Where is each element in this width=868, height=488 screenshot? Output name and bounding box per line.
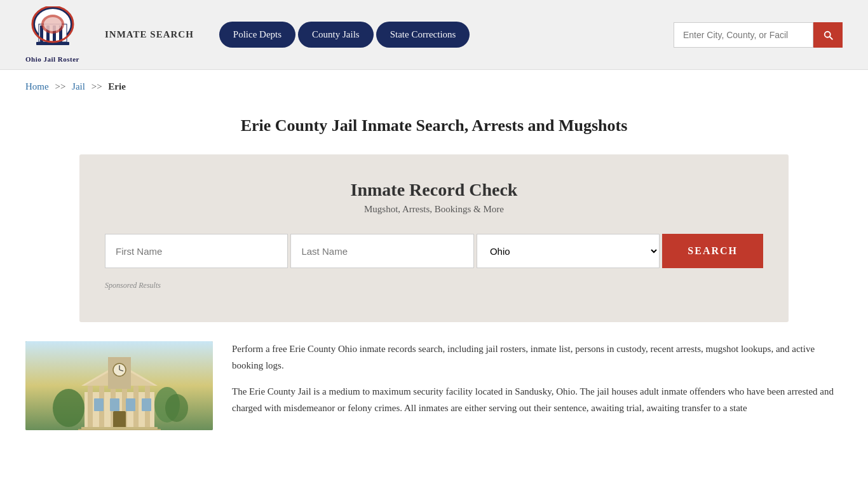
header-search-input[interactable]	[674, 22, 813, 48]
svg-rect-30	[142, 398, 151, 411]
breadcrumb-current: Erie	[108, 81, 126, 92]
svg-rect-28	[110, 398, 119, 411]
header-search-button[interactable]	[813, 22, 843, 48]
content-text: Perform a free Erie County Ohio inmate r…	[232, 341, 843, 430]
logo-text: Ohio Jail Roster	[25, 55, 79, 63]
sponsored-label: Sponsored Results	[105, 281, 763, 290]
nav-state-corrections[interactable]: State Corrections	[376, 22, 470, 48]
svg-rect-27	[94, 398, 104, 411]
breadcrumb: Home >> Jail >> Erie	[0, 70, 868, 104]
courthouse-image	[25, 341, 213, 430]
content-area: Perform a free Erie County Ohio inmate r…	[0, 322, 868, 449]
inmate-search-form: AlabamaAlaskaArizonaArkansasCaliforniaCo…	[105, 234, 763, 268]
site-logo[interactable]: Ohio Jail Roster	[25, 6, 79, 63]
nav-police-depts[interactable]: Police Depts	[219, 22, 295, 48]
inmate-search-label: INMATE SEARCH	[105, 29, 194, 40]
svg-rect-15	[88, 386, 93, 430]
last-name-input[interactable]	[290, 234, 473, 268]
header-search-area	[674, 22, 843, 48]
svg-rect-33	[81, 427, 158, 430]
svg-point-9	[44, 17, 62, 31]
breadcrumb-sep2: >>	[92, 81, 102, 92]
courthouse-svg	[50, 357, 189, 430]
record-check-box: Inmate Record Check Mugshot, Arrests, Bo…	[79, 154, 789, 322]
breadcrumb-jail[interactable]: Jail	[72, 81, 85, 92]
breadcrumb-home[interactable]: Home	[25, 81, 49, 92]
first-name-input[interactable]	[105, 234, 288, 268]
search-submit-button[interactable]: SEARCH	[662, 234, 763, 268]
state-select[interactable]: AlabamaAlaskaArizonaArkansasCaliforniaCo…	[477, 234, 660, 268]
svg-point-13	[165, 394, 188, 422]
main-nav: Police Depts County Jails State Correcti…	[219, 22, 470, 48]
record-check-heading: Inmate Record Check	[105, 180, 763, 200]
nav-county-jails[interactable]: County Jails	[298, 22, 374, 48]
page-title-area: Erie County Jail Inmate Search, Arrests …	[0, 104, 868, 154]
breadcrumb-sep1: >>	[55, 81, 65, 92]
record-check-subtitle: Mugshot, Arrests, Bookings & More	[105, 204, 763, 215]
svg-rect-29	[126, 398, 135, 411]
search-icon	[822, 29, 834, 41]
content-paragraph-2: The Erie County Jail is a medium to maxi…	[232, 384, 843, 416]
page-title: Erie County Jail Inmate Search, Arrests …	[25, 116, 843, 135]
svg-point-11	[53, 389, 85, 427]
site-header: Ohio Jail Roster INMATE SEARCH Police De…	[0, 0, 868, 70]
content-paragraph-1: Perform a free Erie County Ohio inmate r…	[232, 341, 843, 374]
